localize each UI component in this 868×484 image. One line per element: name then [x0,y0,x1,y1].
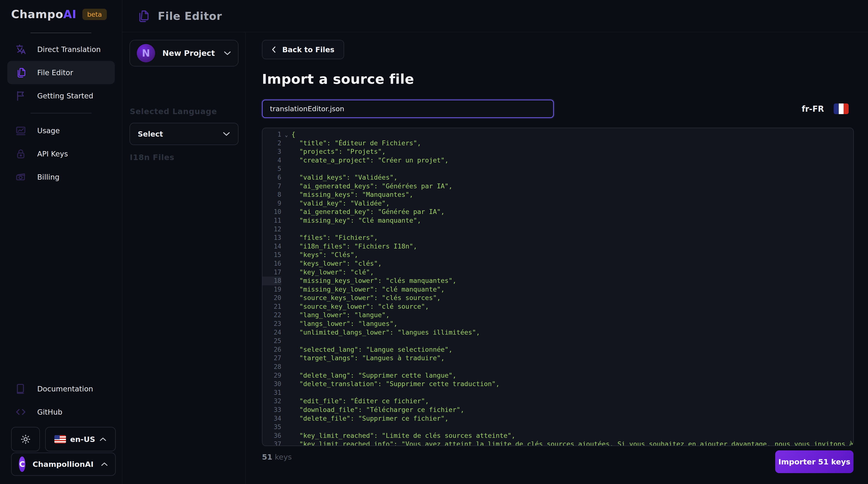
app-logo: ChampoAI beta [11,8,107,21]
code-line[interactable]: 33 "download_file": "Télécharger ce fich… [262,405,853,414]
language-selector-value: Select [138,130,163,138]
page-title: File Editor [158,10,222,22]
code-line[interactable]: 14 "i18n_files": "Fichiers I18n", [262,242,853,251]
sidebar-item-api-keys[interactable]: API Keys [7,142,115,165]
banknote-icon [15,171,27,183]
sun-icon [20,434,31,445]
sidebar-item-label: File Editor [37,68,73,77]
code-line[interactable]: 2 "title": "Éditeur de Fichiers", [262,139,853,148]
code-line[interactable]: 7 "ai_generated_keys": "Générées par IA"… [262,182,853,190]
chevron-down-icon [223,51,231,56]
keys-count: 51 keys [262,453,292,461]
sidebar-item-documentation[interactable]: Documentation [7,377,115,400]
keys-count-number: 51 [262,453,272,461]
page-header: File Editor [123,0,868,32]
code-line[interactable]: 30 "delete_translation": "Supprimer cett… [262,380,853,388]
usage-chart-icon [15,125,27,137]
code-line[interactable]: 36 "key_limit_reached": "Limite de clés … [262,431,853,440]
i18n-files-heading: I18n Files [130,153,175,162]
sidebar-item-usage[interactable]: Usage [7,119,115,142]
sidebar-item-direct-translation[interactable]: Direct Translation [7,38,115,61]
import-keys-button[interactable]: Importer 51 keys [775,450,854,473]
code-editor[interactable]: 1⌄{2 "title": "Éditeur de Fichiers",3 "p… [262,128,854,446]
language-selector[interactable]: Select [129,123,239,145]
primary-sidebar: ChampoAI beta Direct Translation [0,0,122,484]
code-line[interactable]: 1⌄{ [262,130,853,139]
filename-input[interactable] [262,100,554,118]
sidebar-item-label: Getting Started [37,92,93,100]
target-locale: fr-FR [802,100,849,118]
avatar: C [19,456,25,472]
account-menu-button[interactable]: C ChampollionAI [11,453,116,476]
code-line[interactable]: 10 "ai_generated_key": "Générée par IA", [262,207,853,216]
code-line[interactable]: 16 "keys_lower": "clés", [262,259,853,268]
code-line[interactable]: 8 "missing_keys": "Manquantes", [262,190,853,199]
selected-language-heading: Selected Language [130,107,217,116]
main-content: Back to Files Import a source file fr-FR… [246,32,868,484]
divider [30,33,91,33]
sidebar-item-file-editor[interactable]: File Editor [7,61,115,84]
locale-selector[interactable]: en-US [45,427,116,451]
logo-accent: AI [63,8,76,21]
code-line[interactable]: 29 "delete_lang": "Supprimer cette langu… [262,371,853,380]
sidebar-controls: en-US [11,427,116,451]
code-line[interactable]: 4 "create_a_project": "Créer un projet", [262,156,853,164]
sidebar-item-label: Direct Translation [37,45,101,54]
code-line[interactable]: 22 "lang_lower": "langue", [262,311,853,320]
sidebar-item-billing[interactable]: Billing [7,165,115,188]
book-icon [15,383,27,395]
divider [30,113,92,113]
sidebar-item-label: Billing [37,173,59,181]
france-flag-icon [834,103,849,114]
code-line[interactable]: 11 "missing_key": "Clé manquante", [262,216,853,225]
code-line[interactable]: 12 [262,225,853,234]
sidebar-nav: Direct Translation File Editor Getting S… [0,38,122,188]
project-avatar: N [137,44,155,62]
code-line[interactable]: 20 "source_keys_lower": "clés sources", [262,294,853,302]
code-line[interactable]: 3 "projects": "Projets", [262,147,853,156]
sidebar-item-getting-started[interactable]: Getting Started [7,84,115,107]
code-line[interactable]: 15 "keys": "Clés", [262,250,853,259]
locale-value: en-US [70,435,95,444]
beta-badge: beta [83,9,107,20]
code-line[interactable]: 31 [262,388,853,397]
theme-toggle-button[interactable] [11,427,40,451]
translate-icon [15,43,27,55]
sidebar-item-label: API Keys [37,150,68,158]
code-line[interactable]: 28 [262,362,853,371]
files-icon [15,67,27,78]
code-line[interactable]: 35 [262,423,853,431]
sidebar-item-label: Usage [37,126,60,135]
code-line[interactable]: 21 "source_key_lower": "clé source", [262,302,853,311]
code-line[interactable]: 5 [262,164,853,173]
chevron-down-icon [222,131,230,137]
keys-count-label: keys [275,453,292,461]
sidebar-bottom-nav: Documentation GitHub [0,377,122,424]
code-line[interactable]: 18 "missing_keys_lower": "clés manquante… [262,276,853,285]
us-flag-icon [54,435,66,443]
code-line[interactable]: 37 "key_limit_reached_info": "Vous avez … [262,440,853,446]
code-line[interactable]: 9 "valid_key": "Validée", [262,199,853,208]
project-panel: N New Project Selected Language Select I… [123,32,246,484]
project-selector[interactable]: N New Project [129,40,239,66]
code-line[interactable]: 6 "valid_keys": "Validées", [262,173,853,182]
code-line[interactable]: 23 "langs_lower": "langues", [262,320,853,328]
back-to-files-button[interactable]: Back to Files [262,40,344,59]
target-locale-code: fr-FR [802,104,824,114]
code-line[interactable]: 25 [262,336,853,345]
account-name: ChampollionAI [33,460,94,468]
lock-icon [15,148,27,159]
code-line[interactable]: 34 "delete_file": "Supprimer ce fichier"… [262,414,853,423]
sidebar-item-github[interactable]: GitHub [7,400,115,424]
code-line[interactable]: 17 "key_lower": "clé", [262,268,853,277]
code-line[interactable]: 32 "edit_file": "Éditer ce fichier", [262,397,853,405]
sidebar-item-label: Documentation [37,385,93,393]
code-line[interactable]: 19 "missing_key_lower": "clé manquante", [262,285,853,294]
code-line[interactable]: 27 "target_langs": "Langues à traduire", [262,354,853,362]
code-lines: 1⌄{2 "title": "Éditeur de Fichiers",3 "p… [262,130,853,446]
code-line[interactable]: 13 "files": "Fichiers", [262,233,853,242]
back-button-label: Back to Files [282,46,335,54]
code-line[interactable]: 26 "selected_lang": "Langue selectionnée… [262,345,853,354]
logo-primary: Champo [11,8,63,21]
code-line[interactable]: 24 "unlimited_langs_lower": "langues ill… [262,328,853,337]
